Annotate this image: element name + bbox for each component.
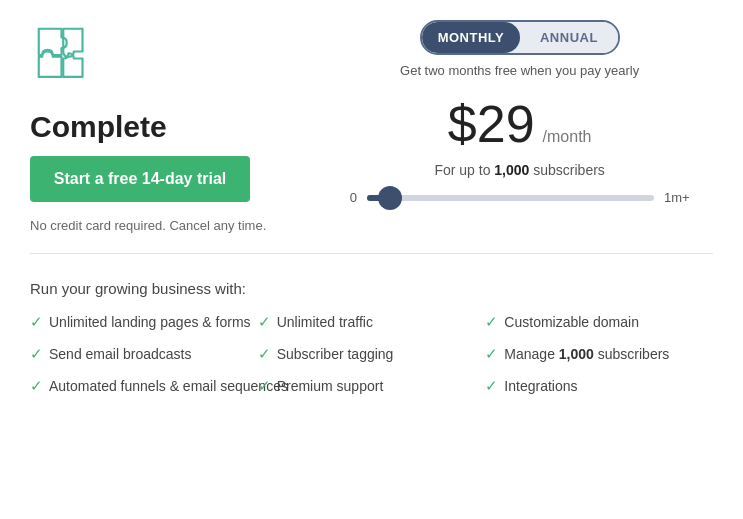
feature-item: ✓ Send email broadcasts	[30, 345, 258, 363]
feature-item: ✓ Manage 1,000 subscribers	[485, 345, 713, 363]
feature-item: ✓ Subscriber tagging	[258, 345, 486, 363]
features-grid: ✓ Unlimited landing pages & forms ✓ Unli…	[30, 313, 713, 395]
feature-item: ✓ Automated funnels & email sequences	[30, 377, 258, 395]
slider-track[interactable]	[367, 195, 654, 201]
trial-button[interactable]: Start a free 14-day trial	[30, 156, 250, 202]
feature-item: ✓ Customizable domain	[485, 313, 713, 331]
feature-label: Manage 1,000 subscribers	[504, 346, 669, 362]
features-row: ✓ Unlimited landing pages & forms ✓ Unli…	[30, 313, 713, 331]
feature-item: ✓ Unlimited landing pages & forms	[30, 313, 258, 331]
pricing-page: Complete Start a free 14-day trial No cr…	[0, 0, 743, 435]
check-icon: ✓	[30, 313, 43, 331]
features-row: ✓ Automated funnels & email sequences ✓ …	[30, 377, 713, 395]
price-period: /month	[543, 128, 592, 146]
free-months-note: Get two months free when you pay yearly	[400, 63, 639, 78]
check-icon: ✓	[30, 377, 43, 395]
features-row: ✓ Send email broadcasts ✓ Subscriber tag…	[30, 345, 713, 363]
feature-label: Customizable domain	[504, 314, 639, 330]
check-icon: ✓	[258, 377, 271, 395]
slider-thumb[interactable]	[378, 186, 402, 210]
check-icon: ✓	[258, 313, 271, 331]
left-panel: Complete Start a free 14-day trial No cr…	[30, 20, 266, 233]
slider-max-label: 1m+	[664, 190, 690, 205]
features-section: Run your growing business with: ✓ Unlimi…	[30, 270, 713, 415]
feature-item: ✓ Premium support	[258, 377, 486, 395]
feature-label: Integrations	[504, 378, 577, 394]
plan-name: Complete	[30, 110, 266, 144]
right-panel: MONTHLY ANNUAL Get two months free when …	[326, 20, 713, 205]
check-icon: ✓	[485, 313, 498, 331]
features-heading: Run your growing business with:	[30, 280, 713, 297]
billing-toggle[interactable]: MONTHLY ANNUAL	[420, 20, 620, 55]
no-credit-card-note: No credit card required. Cancel any time…	[30, 218, 266, 233]
monthly-toggle[interactable]: MONTHLY	[422, 22, 521, 53]
check-icon: ✓	[258, 345, 271, 363]
divider	[30, 253, 713, 254]
feature-item: ✓ Unlimited traffic	[258, 313, 486, 331]
feature-label: Automated funnels & email sequences	[49, 378, 288, 394]
subscribers-note: For up to 1,000 subscribers	[434, 162, 604, 178]
feature-label: Send email broadcasts	[49, 346, 191, 362]
annual-toggle[interactable]: ANNUAL	[520, 22, 617, 53]
feature-label: Subscriber tagging	[277, 346, 394, 362]
check-icon: ✓	[485, 345, 498, 363]
feature-label: Premium support	[277, 378, 384, 394]
feature-label: Unlimited landing pages & forms	[49, 314, 251, 330]
subscriber-slider[interactable]: 0 1m+	[350, 190, 690, 205]
price-amount: $29	[448, 94, 535, 154]
price-display: $29 /month	[448, 94, 592, 154]
feature-label: Unlimited traffic	[277, 314, 373, 330]
top-section: Complete Start a free 14-day trial No cr…	[30, 20, 713, 233]
feature-item: ✓ Integrations	[485, 377, 713, 395]
check-icon: ✓	[30, 345, 43, 363]
puzzle-icon	[30, 20, 266, 94]
check-icon: ✓	[485, 377, 498, 395]
slider-min-label: 0	[350, 190, 357, 205]
